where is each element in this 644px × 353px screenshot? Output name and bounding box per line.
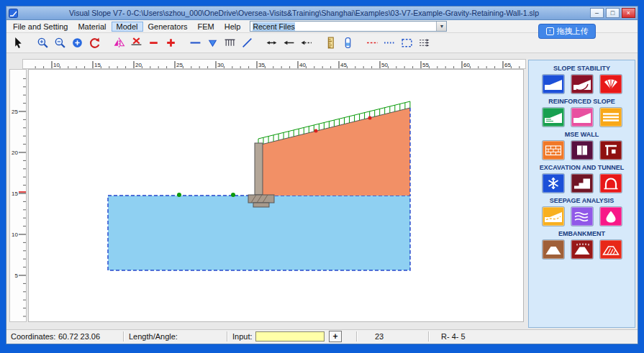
upload-button[interactable]: ↑ 拖拽上传 xyxy=(539,24,595,38)
svg-text:40: 40 xyxy=(299,62,306,68)
status-bar: Coordinates: 60.72 23.06 Length/Angle: I… xyxy=(6,329,638,343)
svg-text:20: 20 xyxy=(12,150,18,156)
sidebar-group-label: EMBANKMENT xyxy=(529,230,635,237)
menu-item-file-and-setting[interactable]: File and Setting xyxy=(8,22,73,32)
node-marker-green[interactable] xyxy=(231,193,235,197)
menu-item-help[interactable]: Help xyxy=(219,22,246,32)
mse-wall-panel-icon[interactable] xyxy=(571,141,593,160)
input-field[interactable] xyxy=(255,331,325,341)
menu-item-material[interactable]: Material xyxy=(73,22,111,32)
reinforced-slope-layers-icon[interactable] xyxy=(600,108,622,127)
retaining-wall[interactable] xyxy=(255,143,263,195)
seepage-flow-icon[interactable] xyxy=(571,207,593,226)
horizontal-ruler: 101520253035404550556065 xyxy=(22,59,526,69)
draw-slope-line-icon[interactable] xyxy=(240,36,254,50)
seepage-drawdown-icon[interactable] xyxy=(600,207,622,226)
svg-text:65: 65 xyxy=(504,62,511,68)
point-load-icon[interactable] xyxy=(205,36,219,50)
mse-wall-strip-icon[interactable] xyxy=(600,141,622,160)
wall-key[interactable] xyxy=(253,203,269,207)
excavation-icon[interactable] xyxy=(571,174,593,193)
svg-text:5: 5 xyxy=(15,272,19,279)
close-button[interactable]: × xyxy=(622,8,635,18)
sidebar-groups: SLOPE STABILITYREINFORCED SLOPEMSE WALLE… xyxy=(529,65,635,259)
blue-dotted-line-icon[interactable] xyxy=(382,36,396,50)
status-separator xyxy=(123,331,124,341)
coordinates-value: 60.72 23.06 xyxy=(58,332,100,341)
minimize-button[interactable]: – xyxy=(590,8,604,18)
draw-line-icon[interactable] xyxy=(188,36,202,50)
svg-text:20: 20 xyxy=(135,62,142,68)
slope-stability-general-icon[interactable] xyxy=(543,75,564,93)
node-marker-red[interactable] xyxy=(314,129,318,133)
delete-line-icon[interactable] xyxy=(129,36,143,50)
app-icon xyxy=(9,9,18,18)
svg-text:55: 55 xyxy=(422,62,429,68)
measure-ruler-icon[interactable] xyxy=(323,36,337,50)
svg-text:10: 10 xyxy=(12,231,18,238)
input-label: Input: xyxy=(232,332,253,341)
arrow-left-icon[interactable] xyxy=(281,36,296,50)
svg-text:45: 45 xyxy=(340,62,347,68)
toolbar-groups xyxy=(11,36,441,50)
ground-freezing-icon[interactable] xyxy=(543,174,564,193)
add-point-icon[interactable] xyxy=(163,36,178,50)
maximize-button[interactable]: □ xyxy=(606,8,620,18)
zoom-in-icon[interactable] xyxy=(35,36,50,50)
coordinates-label: Coordinates: xyxy=(11,332,55,341)
status-separator xyxy=(356,331,357,341)
selection-box-icon[interactable] xyxy=(399,36,414,50)
embankment-general-icon[interactable] xyxy=(543,240,564,259)
length-angle-label: Length/Angle: xyxy=(129,332,178,341)
workspace: 101520253035404550556065 252015105 SLOPE… xyxy=(6,53,638,329)
svg-text:60: 60 xyxy=(463,62,470,68)
horizontal-extent-icon[interactable] xyxy=(264,36,278,50)
distributed-load-icon[interactable] xyxy=(222,36,237,50)
svg-text:10: 10 xyxy=(53,62,60,68)
mirror-icon[interactable] xyxy=(112,36,126,50)
svg-text:25: 25 xyxy=(12,109,18,115)
sidebar-group-label: SEEPAGE ANALYSIS xyxy=(529,197,635,204)
node-marker-green[interactable] xyxy=(177,193,181,197)
svg-text:35: 35 xyxy=(258,62,265,68)
menu-items: File and SettingMaterialModelGeneratorsF… xyxy=(8,22,245,32)
seepage-slope-icon[interactable] xyxy=(543,207,564,226)
sidebar-group-label: EXCAVATION AND TUNNEL xyxy=(529,164,635,171)
status-separator xyxy=(428,331,429,341)
recent-files-combobox[interactable]: Recent Files ▼ xyxy=(250,21,447,32)
reinforced-slope-nails-icon[interactable] xyxy=(571,108,593,127)
red-dashed-line-icon[interactable] xyxy=(365,36,379,50)
slope-stability-circular-icon[interactable] xyxy=(571,75,593,93)
recent-files-value: Recent Files xyxy=(250,22,436,31)
node-marker-red[interactable] xyxy=(368,116,372,120)
zoom-out-icon[interactable] xyxy=(53,36,67,50)
undo-icon[interactable] xyxy=(87,36,101,50)
upload-arrow-icon: ↑ xyxy=(546,27,554,35)
upload-button-label: 拖拽上传 xyxy=(557,26,589,37)
reinforced-slope-geogrid-icon[interactable] xyxy=(543,108,564,127)
dashed-arrow-icon[interactable] xyxy=(299,36,313,50)
svg-text:15: 15 xyxy=(94,62,101,68)
slope-stability-slices-icon[interactable] xyxy=(600,75,622,93)
borehole-icon[interactable] xyxy=(340,36,355,50)
embankment-staged-icon[interactable] xyxy=(571,240,593,259)
sidebar-group-label: SLOPE STABILITY xyxy=(529,65,635,72)
svg-text:15: 15 xyxy=(12,191,18,197)
tunnel-icon[interactable] xyxy=(600,174,622,193)
plus-button[interactable]: + xyxy=(329,331,342,342)
mesh-extents-icon[interactable] xyxy=(417,36,431,50)
analysis-sidebar: SLOPE STABILITYREINFORCED SLOPEMSE WALLE… xyxy=(528,60,635,328)
menu-item-generators[interactable]: Generators xyxy=(143,22,193,32)
menu-item-model[interactable]: Model xyxy=(112,22,143,32)
sidebar-group-label: REINFORCED SLOPE xyxy=(529,98,635,105)
chevron-down-icon[interactable]: ▼ xyxy=(436,22,446,31)
drawing-canvas[interactable] xyxy=(28,69,524,322)
embankment-reinforced-icon[interactable] xyxy=(600,240,622,259)
count-value: 23 xyxy=(375,332,384,341)
zoom-extents-icon[interactable] xyxy=(70,36,84,50)
mse-wall-modular-icon[interactable] xyxy=(543,141,564,160)
menu-item-fem[interactable]: FEM xyxy=(193,22,219,32)
select-cursor-icon[interactable] xyxy=(11,36,25,50)
window-title: Visual Slope V7- 0-C:\Users\szhou_000\On… xyxy=(20,9,588,17)
remove-point-icon[interactable] xyxy=(146,36,160,50)
